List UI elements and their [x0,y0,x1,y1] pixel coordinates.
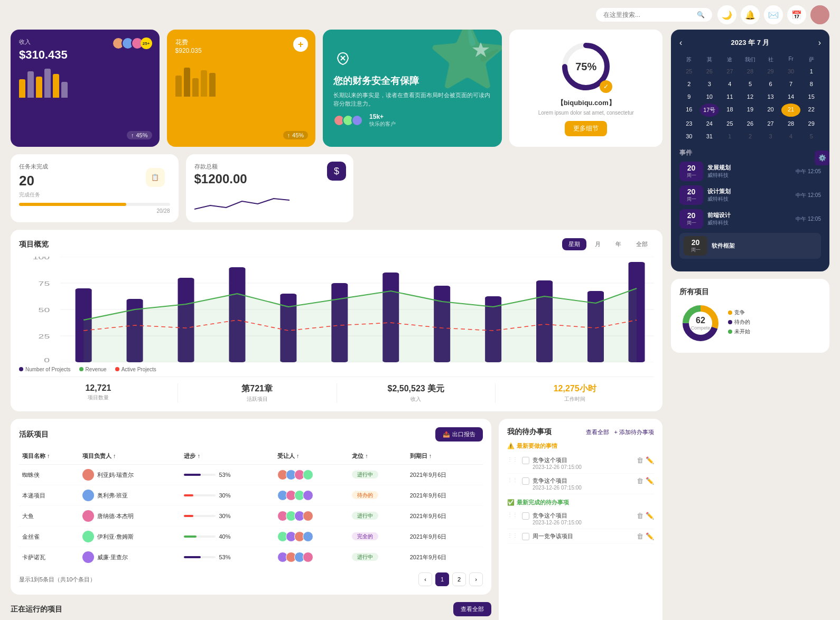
export-button[interactable]: 📤 出口报告 [435,427,483,441]
drag-handle-4[interactable]: ⋮⋮ [507,532,518,538]
delete-btn-2[interactable]: 🗑 [637,477,643,485]
cal-day-7[interactable]: 7 [781,78,801,90]
cal-day-1[interactable]: 1 [801,65,821,77]
drag-handle-1[interactable]: ⋮⋮ [507,456,518,462]
circle-title: 【biqubiqu.com】 [557,98,615,108]
cal-header-mo: 莫 [700,54,720,65]
stat-active: 第721章 活跃项目 [178,383,337,403]
cal-day-23[interactable]: 23 [679,118,699,129]
cal-day-19[interactable]: 19 [741,104,760,117]
cal-day-21[interactable]: 21 [781,104,801,117]
cal-day-18[interactable]: 18 [720,104,740,117]
cal-day-2[interactable]: 2 [679,78,699,90]
page-1-btn[interactable]: 1 [435,572,449,586]
cal-day-10[interactable]: 10 [700,91,720,102]
mail-icon[interactable]: ✉️ [764,5,783,24]
drag-handle-3[interactable]: ⋮⋮ [507,512,518,518]
add-expense-btn[interactable]: + [293,37,308,52]
cal-day-26[interactable]: 26 [741,118,760,129]
cal-day-30[interactable]: 30 [781,65,801,77]
cal-day-25[interactable]: 25 [720,118,740,129]
cal-day-4[interactable]: 4 [781,130,801,142]
cal-day-25[interactable]: 25 [679,65,699,77]
revenue-avatars: 25+ [112,37,152,50]
view-all-running-btn[interactable]: 查看全部 [453,602,491,616]
cal-day-20[interactable]: 20 [761,104,780,117]
delete-btn-1[interactable]: 🗑 [637,456,643,464]
cal-day-22[interactable]: 22 [801,104,821,117]
drag-handle-2[interactable]: ⋮⋮ [507,477,518,483]
delete-btn-4[interactable]: 🗑 [637,532,643,540]
edit-btn-1[interactable]: ✏️ [646,456,654,464]
page-2-btn[interactable]: 2 [452,572,466,586]
calendar-icon[interactable]: 📅 [787,5,806,24]
edit-btn-3[interactable]: ✏️ [646,512,654,520]
cal-day-3[interactable]: 3 [761,130,780,142]
cal-day-3[interactable]: 3 [700,78,720,90]
cal-day-9[interactable]: 9 [679,91,699,102]
cal-day-29[interactable]: 29 [761,65,780,77]
cal-day-6[interactable]: 6 [761,78,780,90]
edit-btn-2[interactable]: ✏️ [646,477,654,485]
cal-day-26[interactable]: 26 [700,65,720,77]
cal-day-28[interactable]: 28 [781,118,801,129]
todo-check-4[interactable] [522,533,529,540]
exp-bar-5 [209,73,216,97]
user-avatar[interactable] [810,5,829,24]
notification-icon[interactable]: 🔔 [741,5,760,24]
prev-page-btn[interactable]: ‹ [418,572,432,586]
cal-day-24[interactable]: 24 [700,118,720,129]
tab-week[interactable]: 星期 [562,238,586,250]
next-page-btn[interactable]: › [469,572,483,586]
tab-all[interactable]: 全部 [630,238,654,250]
right-sidebar: ⚙️ ‹ 2023 年 7 月 › 苏 莫 途 我们 社 Fr 萨 252627… [671,30,829,620]
cell-owner: 利亚妈·瑞查尔 [79,465,181,485]
edit-btn-4[interactable]: ✏️ [646,532,654,540]
cal-header-su: 苏 [679,54,699,65]
cal-day-27[interactable]: 27 [720,65,740,77]
detail-button[interactable]: 更多细节 [565,121,607,136]
search-input[interactable] [603,11,693,18]
gear-button[interactable]: ⚙️ [815,151,829,165]
cal-day-4[interactable]: 4 [720,78,740,90]
event-3-info: 前端设计 威特科技 [707,211,791,227]
cal-day-31[interactable]: 31 [700,130,720,142]
todo-add-link[interactable]: + 添加待办事项 [614,428,654,436]
table-row: 本递项目 奥利弗·班亚 30% 待办的 2021年9月6日 [19,485,483,506]
donut-text-3: 未开始 [734,328,750,335]
cal-day-5[interactable]: 5 [801,130,821,142]
cell-due: 2021年9月6日 [407,547,483,568]
cal-prev-btn[interactable]: ‹ [679,38,682,48]
cal-day-27[interactable]: 27 [761,118,780,129]
cal-day-8[interactable]: 8 [801,78,821,90]
event-1-info: 发展规划 威特科技 [707,164,791,179]
delete-btn-3[interactable]: 🗑 [637,512,643,520]
todo-check-1[interactable] [522,457,529,464]
search-box[interactable]: 🔍 [596,8,712,22]
cal-day-28[interactable]: 28 [741,65,760,77]
done-text: 最新完成的待办事项 [517,499,569,506]
todo-date-2: 2023-12-26 07:15:00 [533,485,633,491]
cal-day-15[interactable]: 15 [801,91,821,102]
svg-text:100: 100 [33,257,50,260]
cal-day-5[interactable]: 5 [741,78,760,90]
cal-day-16[interactable]: 16 [679,104,699,117]
todo-check-3[interactable] [522,512,529,520]
cal-day-1[interactable]: 1 [720,130,740,142]
cal-day-30[interactable]: 30 [679,130,699,142]
top-cards-row: 收入 $310.435 25+ ↑ [11,30,662,147]
cal-day-14[interactable]: 14 [781,91,801,102]
cal-day-11[interactable]: 11 [720,91,740,102]
cal-day-2[interactable]: 2 [741,130,760,142]
project-overview-header: 项目概览 星期 月 年 全部 [19,238,654,250]
todo-check-2[interactable] [522,477,529,485]
cal-day-17号[interactable]: 17号 [700,104,720,117]
cal-day-12[interactable]: 12 [741,91,760,102]
tab-year[interactable]: 年 [609,238,628,250]
cal-day-29[interactable]: 29 [801,118,821,129]
dark-mode-icon[interactable]: 🌙 [717,5,736,24]
cal-day-13[interactable]: 13 [761,91,780,102]
tab-month[interactable]: 月 [589,238,607,250]
cal-next-btn[interactable]: › [818,38,821,48]
todo-view-all[interactable]: 查看全部 [586,428,609,436]
